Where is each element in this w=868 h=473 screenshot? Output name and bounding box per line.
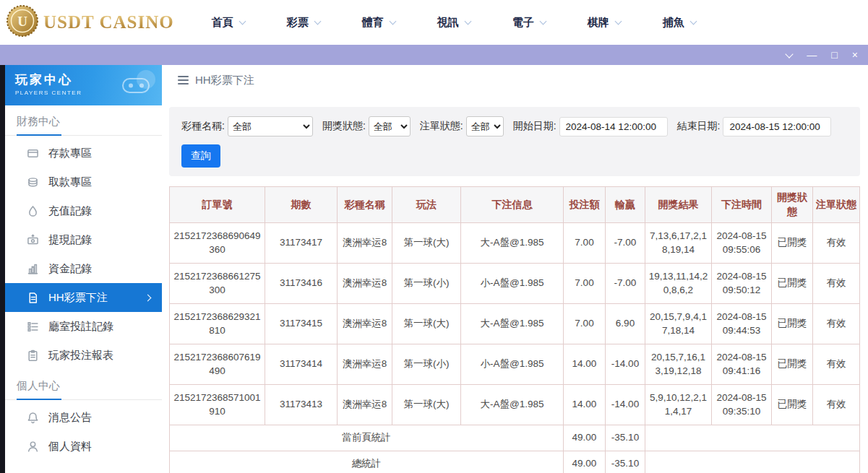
- sidebar-item-deposit[interactable]: 存款專區: [5, 139, 162, 168]
- nav-item-slots[interactable]: 電子: [512, 16, 546, 30]
- start-date-input[interactable]: [559, 117, 668, 136]
- sidebar-item-withdraw[interactable]: 取款專區: [5, 168, 162, 196]
- bar-chart-icon: [27, 263, 39, 275]
- table-cell: 5,9,10,12,2,11,4,17: [645, 384, 712, 425]
- table-cell: 31173417: [265, 222, 338, 263]
- summary-empty-cell: [645, 451, 860, 473]
- table-cell: 已開獎: [772, 303, 813, 344]
- nav-item-sports[interactable]: 體育: [362, 16, 395, 30]
- sidebar-item-player-bet-report[interactable]: 玩家投注報表: [5, 341, 162, 370]
- logo[interactable]: U USDT CASINO: [6, 4, 174, 40]
- nav-item-lottery[interactable]: 彩票: [287, 16, 320, 30]
- page-summary-row: 當前頁統計 49.00 -35.10: [170, 425, 860, 451]
- column-header: 下注時間: [712, 187, 772, 223]
- summary-bet-total: 49.00: [564, 425, 606, 451]
- table-cell: 小-A盤@1.985: [461, 263, 564, 303]
- table-summary: 當前頁統計 49.00 -35.10 總統計 49.00 -35.10: [170, 425, 860, 473]
- nav-item-label: 首頁: [212, 16, 233, 30]
- end-date-input[interactable]: [723, 117, 831, 136]
- banknote-icon: [27, 234, 39, 246]
- sidebar-item-cashout-record[interactable]: 提現記錄: [5, 225, 162, 254]
- nav-item-label: 電子: [512, 16, 534, 30]
- nav-item-label: 體育: [362, 16, 384, 30]
- table-cell: 2024-08-15 09:41:16: [712, 344, 772, 384]
- maximize-button[interactable]: □: [831, 50, 837, 60]
- sidebar-item-label: 廳室投註記錄: [48, 320, 113, 334]
- table-cell: 14.00: [564, 344, 606, 384]
- chevron-down-icon: [786, 50, 794, 58]
- table-cell: 7,13,6,17,2,18,19,14: [645, 222, 712, 263]
- sidebar-item-room-bet-record[interactable]: 廳室投註記錄: [5, 312, 162, 341]
- table-cell: 第一球(小): [392, 344, 461, 384]
- sidebar-item-funds-record[interactable]: 資金記錄: [5, 254, 162, 283]
- start-date-label: 開始日期:: [513, 120, 557, 133]
- clipboard-icon: [27, 350, 39, 362]
- logo-text: USDT CASINO: [43, 12, 174, 32]
- column-header: 下注信息: [461, 187, 564, 223]
- content-header: HH彩票下注: [162, 65, 868, 95]
- table-cell: 澳洲幸运8: [338, 384, 392, 425]
- sidebar-item-recharge-record[interactable]: 充值記錄: [5, 196, 162, 225]
- chevron-down-icon: [464, 17, 471, 25]
- table-row: 215217236860761949031173414澳洲幸运8第一球(小)小-…: [170, 344, 860, 384]
- bet-status-select[interactable]: 全部: [466, 116, 504, 136]
- table-row: 215217236857100191031173413澳洲幸运8第一球(大)大-…: [170, 384, 860, 425]
- bets-table: 訂單號 期數 彩種名稱 玩法 下注信息 投注額 輸贏 開獎結果 下注時間 開獎狀…: [169, 186, 860, 473]
- draw-status-select[interactable]: 全部: [369, 116, 411, 136]
- menu-icon[interactable]: [178, 76, 189, 84]
- close-button[interactable]: ×: [852, 50, 858, 60]
- summary-label: 當前頁統計: [170, 425, 564, 451]
- table-cell: 已開獎: [772, 384, 813, 425]
- lottery-name-select[interactable]: 全部: [228, 116, 313, 136]
- end-date-label: 結束日期:: [677, 120, 721, 133]
- table-cell: 2024-08-15 09:44:53: [712, 303, 772, 344]
- nav-item-video[interactable]: 視訊: [437, 16, 470, 30]
- window-dropdown-button[interactable]: [786, 53, 792, 57]
- table-cell: 19,13,11,14,20,8,6,2: [645, 263, 712, 303]
- page: U USDT CASINO 首頁 彩票 體育 視訊 電子 棋牌 捕魚 — □ ×…: [0, 0, 868, 473]
- table-cell: 20,15,7,9,4,17,18,14: [645, 303, 712, 344]
- table-body: 215217236869064936031173417澳洲幸运8第一球(大)大-…: [170, 222, 860, 425]
- left-strip: [0, 65, 5, 473]
- table-cell: -7.00: [606, 222, 645, 263]
- sidebar-item-announcements[interactable]: 消息公告: [5, 403, 162, 432]
- sidebar-item-label: 個人資料: [48, 440, 92, 454]
- table-cell: 澳洲幸运8: [338, 303, 392, 344]
- section-personal-center: 個人中心: [5, 370, 162, 400]
- nav-item-home[interactable]: 首頁: [212, 16, 245, 30]
- table-cell: 大-A盤@1.985: [461, 384, 564, 425]
- sidebar-item-label: 取款專區: [48, 175, 92, 189]
- table-header-row: 訂單號 期數 彩種名稱 玩法 下注信息 投注額 輸贏 開獎結果 下注時間 開獎狀…: [170, 187, 860, 223]
- top-nav: U USDT CASINO 首頁 彩票 體育 視訊 電子 棋牌 捕魚: [0, 0, 868, 45]
- table-cell: 20,15,7,16,13,19,12,18: [645, 344, 712, 384]
- user-icon: [27, 441, 39, 453]
- summary-winloss-total: -35.10: [606, 425, 645, 451]
- table-cell: 2152172368607619490: [170, 344, 265, 384]
- window-titlebar: — □ ×: [0, 45, 868, 65]
- table-cell: 14.00: [564, 384, 606, 425]
- table-cell: 2152172368661275300: [170, 263, 265, 303]
- table-cell: 已開獎: [772, 263, 813, 303]
- sidebar-item-label: 資金記錄: [48, 262, 92, 276]
- table-cell: 7.00: [564, 222, 606, 263]
- search-button[interactable]: 查詢: [181, 144, 220, 168]
- draw-status-label: 開獎狀態:: [322, 120, 366, 133]
- summary-empty-cell: [645, 425, 860, 451]
- table-cell: 第一球(大): [392, 222, 461, 263]
- nav-item-fishing[interactable]: 捕魚: [663, 16, 696, 30]
- table-row: 215217236869064936031173417澳洲幸运8第一球(大)大-…: [170, 222, 860, 263]
- table-cell: 2152172368690649360: [170, 222, 265, 263]
- table-cell: 已開獎: [772, 344, 813, 384]
- sidebar-item-label: 玩家投注報表: [48, 349, 113, 363]
- table-cell: -14.00: [606, 344, 645, 384]
- chevron-down-icon: [314, 17, 321, 25]
- table-cell: 2024-08-15 09:55:06: [712, 222, 772, 263]
- chevron-down-icon: [689, 17, 697, 25]
- table-cell: 第一球(大): [392, 384, 461, 425]
- table-cell: 有效: [813, 263, 860, 303]
- nav-item-chess[interactable]: 棋牌: [588, 16, 621, 30]
- sidebar-item-label: 消息公告: [48, 411, 92, 425]
- sidebar-item-profile[interactable]: 個人資料: [5, 432, 162, 461]
- minimize-button[interactable]: —: [807, 50, 817, 60]
- sidebar-item-hh-lottery-bet[interactable]: HH彩票下注: [5, 283, 162, 312]
